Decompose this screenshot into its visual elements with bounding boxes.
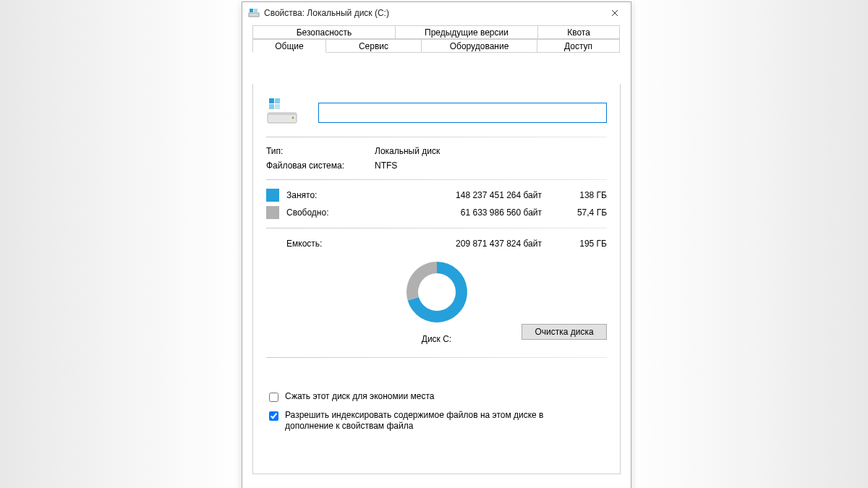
divider <box>266 179 607 180</box>
free-row: Свободно: 61 633 986 560 байт 57,4 ГБ <box>266 206 607 219</box>
window-title: Свойства: Локальный диск (C:) <box>264 8 599 18</box>
svg-rect-2 <box>254 9 258 12</box>
free-bytes: 61 633 986 560 байт <box>366 207 563 218</box>
type-value: Локальный диск <box>375 146 440 156</box>
divider <box>266 357 607 358</box>
drive-small-icon <box>248 7 260 20</box>
dialog-buttons: OK Отмена Применить <box>242 481 631 488</box>
tab-security[interactable]: Безопасность <box>252 25 396 39</box>
tab-strip: Безопасность Предыдущие версии Квота Общ… <box>252 25 621 56</box>
svg-rect-8 <box>269 104 274 109</box>
capacity-bytes: 209 871 437 824 байт <box>366 239 563 249</box>
index-label[interactable]: Разрешить индексировать содержимое файло… <box>285 410 567 432</box>
tab-service[interactable]: Сервис <box>326 39 422 53</box>
free-label: Свободно: <box>286 207 366 218</box>
tab-previous[interactable]: Предыдущие версии <box>395 25 538 39</box>
titlebar[interactable]: Свойства: Локальный диск (C:) <box>242 2 631 24</box>
svg-rect-6 <box>269 98 274 103</box>
filesystem-label: Файловая система: <box>266 160 375 171</box>
used-label: Занято: <box>286 190 366 200</box>
divider <box>266 228 607 228</box>
close-icon <box>611 9 618 17</box>
used-swatch-icon <box>266 189 279 202</box>
usage-donut-chart <box>401 256 473 328</box>
capacity-label: Емкость: <box>286 239 366 249</box>
compress-label[interactable]: Сжать этот диск для экономии места <box>285 391 434 402</box>
disk-caption: Диск C: <box>422 334 451 344</box>
free-swatch-icon <box>266 206 279 219</box>
capacity-row: Емкость: 209 871 437 824 байт 195 ГБ <box>286 239 607 249</box>
divider <box>266 137 607 137</box>
svg-rect-9 <box>275 104 280 109</box>
type-label: Тип: <box>266 146 375 156</box>
svg-rect-0 <box>249 13 259 17</box>
close-button[interactable] <box>599 2 631 24</box>
used-gb: 138 ГБ <box>563 190 607 200</box>
used-bytes: 148 237 451 264 байт <box>366 190 563 200</box>
capacity-gb: 195 ГБ <box>563 239 607 249</box>
svg-rect-7 <box>275 98 280 103</box>
tab-access[interactable]: Доступ <box>537 39 620 53</box>
filesystem-value: NTFS <box>375 160 397 171</box>
properties-dialog: Свойства: Локальный диск (C:) Безопаснос… <box>242 1 631 488</box>
general-panel: Тип: Локальный диск Файловая система: NT… <box>252 84 621 474</box>
volume-label-input[interactable] <box>318 103 607 123</box>
svg-rect-4 <box>268 113 297 115</box>
svg-point-5 <box>292 117 294 119</box>
free-gb: 57,4 ГБ <box>563 207 607 218</box>
svg-rect-1 <box>250 9 253 12</box>
index-checkbox[interactable] <box>269 411 278 421</box>
compress-checkbox[interactable] <box>269 393 278 402</box>
tab-quota[interactable]: Квота <box>537 25 620 39</box>
drive-icon <box>266 97 298 128</box>
used-row: Занято: 148 237 451 264 байт 138 ГБ <box>266 189 607 202</box>
tab-general[interactable]: Общие <box>252 39 326 53</box>
disk-cleanup-button[interactable]: Очистка диска <box>522 324 607 340</box>
tab-hardware[interactable]: Оборудование <box>421 39 537 53</box>
